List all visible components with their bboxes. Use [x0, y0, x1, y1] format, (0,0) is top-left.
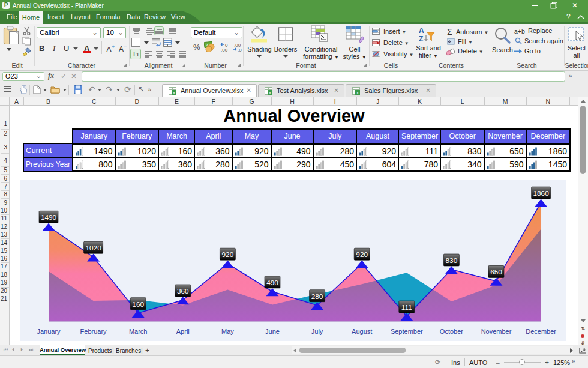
svg-text:May: May	[221, 328, 234, 335]
svg-text:March: March	[129, 328, 148, 335]
svg-text:650: 650	[490, 268, 502, 276]
svg-text:x: x	[173, 90, 175, 95]
svg-text:1860: 1860	[533, 189, 549, 198]
svg-text:A: A	[419, 26, 424, 35]
svg-text:January: January	[37, 328, 61, 335]
svg-text:October: October	[440, 328, 463, 335]
svg-text:April: April	[176, 328, 190, 335]
svg-text:June: June	[265, 328, 280, 335]
svg-text:September: September	[391, 328, 423, 335]
svg-text:111: 111	[401, 303, 412, 312]
svg-text:August: August	[352, 328, 372, 335]
svg-text:.0: .0	[238, 47, 242, 52]
svg-text:x: x	[269, 90, 271, 95]
svg-text:November: November	[481, 328, 512, 335]
svg-text:1020: 1020	[85, 244, 101, 252]
svg-text:Z: Z	[419, 35, 423, 43]
svg-text:490: 490	[266, 279, 278, 287]
svg-text:920: 920	[356, 250, 368, 259]
svg-text:360: 360	[177, 287, 189, 295]
svg-text:280: 280	[311, 292, 323, 301]
svg-text:February: February	[80, 328, 107, 335]
svg-text:July: July	[311, 328, 323, 335]
svg-text:.00: .00	[221, 47, 228, 52]
svg-text:920: 920	[222, 250, 234, 259]
svg-text:160: 160	[132, 300, 144, 309]
svg-text:x: x	[356, 90, 359, 95]
svg-text:December: December	[526, 328, 556, 335]
svg-text:830: 830	[446, 256, 458, 265]
svg-text:1490: 1490	[41, 213, 57, 222]
